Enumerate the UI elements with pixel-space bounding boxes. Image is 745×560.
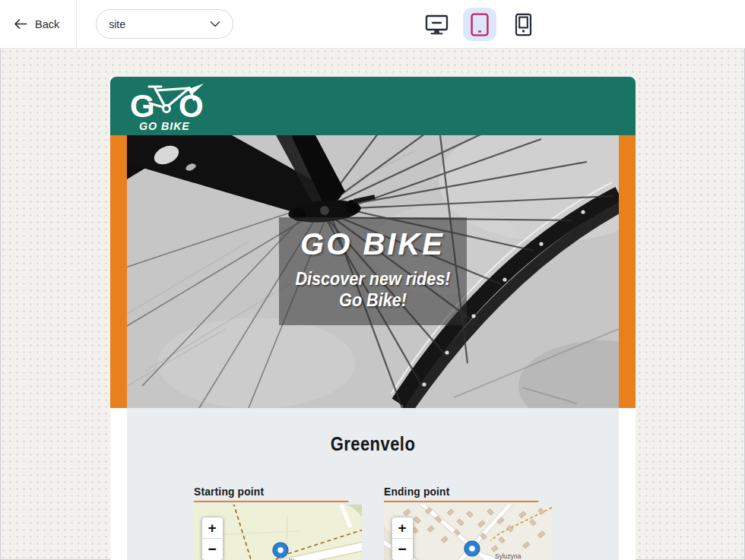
- hero-section: GO BIKE Discover new rides! Go Bike!: [110, 135, 636, 408]
- chevron-down-icon: [210, 21, 220, 27]
- route-section: Greenvelo Starting point: [127, 408, 619, 560]
- app-window: Back site: [0, 0, 745, 560]
- svg-text:O: O: [179, 88, 204, 118]
- map-marker: [464, 541, 480, 556]
- hero-overlay: GO BIKE Discover new rides! Go Bike!: [279, 217, 467, 325]
- device-mobile-button[interactable]: [506, 8, 540, 41]
- toolbar-divider: [76, 0, 77, 48]
- page-selector-value: site: [109, 18, 125, 30]
- hero-tagline-line1: Discover new rides!: [288, 268, 457, 289]
- back-label: Back: [35, 18, 59, 30]
- bike-logo-icon: G O: [128, 83, 212, 118]
- back-arrow-icon: [14, 18, 27, 30]
- hero-tagline: Discover new rides! Go Bike!: [288, 268, 457, 310]
- zoom-out-button[interactable]: −: [392, 539, 413, 560]
- site-preview: G O GO BIKE: [110, 77, 636, 560]
- starting-point-map[interactable]: Klinkiero + −: [194, 505, 362, 560]
- hero-title: GO BIKE: [279, 227, 467, 261]
- ending-point-column: Ending point: [384, 485, 552, 560]
- hero-tagline-line2: Go Bike!: [288, 289, 457, 311]
- logo-wordmark: GO BIKE: [139, 119, 610, 132]
- ending-point-map[interactable]: Syluzyna + −: [384, 505, 552, 560]
- site-header: G O GO BIKE: [110, 77, 636, 135]
- zoom-in-button[interactable]: +: [392, 517, 413, 539]
- preview-canvas: G O GO BIKE: [0, 49, 745, 560]
- place-label: Syluzyna: [495, 552, 522, 560]
- map-zoom-control: + −: [392, 517, 414, 560]
- tablet-icon: [471, 13, 489, 36]
- zoom-in-button[interactable]: +: [202, 517, 223, 539]
- page-selector-dropdown[interactable]: site: [96, 9, 233, 39]
- ending-point-label: Ending point: [384, 485, 538, 502]
- map-zoom-control: + −: [201, 517, 224, 560]
- svg-text:G: G: [130, 88, 155, 118]
- mobile-icon: [515, 13, 532, 36]
- zoom-out-button[interactable]: −: [202, 539, 223, 560]
- device-desktop-button[interactable]: [420, 8, 453, 41]
- starting-point-label: Starting point: [194, 485, 348, 502]
- device-tablet-button[interactable]: [463, 8, 496, 41]
- section-heading: Greenvelo: [156, 433, 588, 455]
- toolbar: Back site: [0, 0, 745, 49]
- back-button[interactable]: Back: [14, 18, 59, 30]
- starting-point-column: Starting point: [194, 485, 362, 560]
- map-marker: [273, 543, 288, 558]
- desktop-icon: [425, 14, 449, 35]
- device-switcher: [420, 0, 540, 49]
- route-columns: Starting point: [194, 485, 552, 560]
- hero-image: GO BIKE Discover new rides! Go Bike!: [127, 135, 619, 408]
